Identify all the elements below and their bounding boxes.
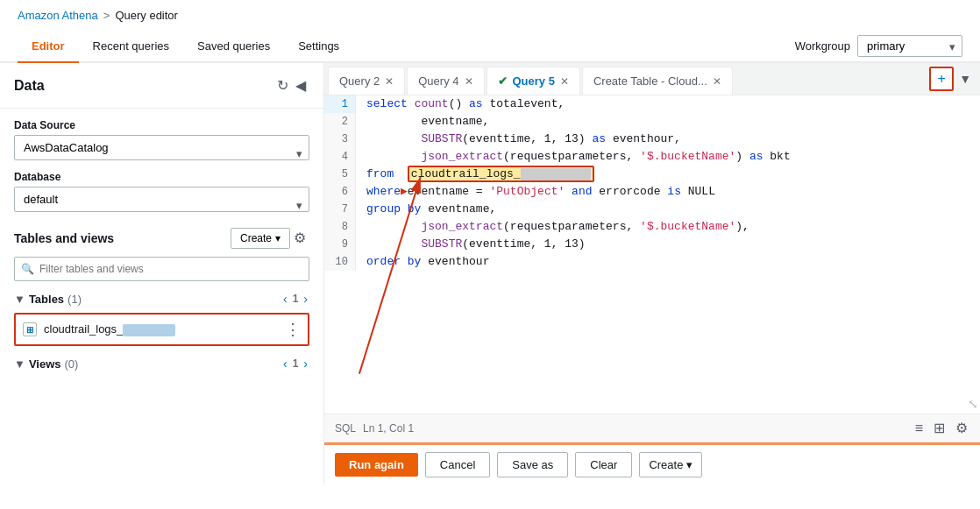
code-lines: 1 select count() as totalevent, 2 eventn… (324, 95, 980, 271)
views-page-num: 1 (293, 357, 299, 370)
query-tab-4[interactable]: Query 4 ✕ (407, 67, 484, 95)
query-tabs-bar: Query 2 ✕ Query 4 ✕ ✔ Query 5 ✕ Create T… (324, 63, 980, 95)
run-again-button[interactable]: Run again (335, 453, 418, 477)
tables-pagination: ‹ 1 › (281, 292, 309, 306)
database-select-wrapper: default ▾ (14, 187, 309, 223)
code-line-5: 5 from cloudtrail_logs_ (324, 166, 980, 183)
line-content-2: eventname, (356, 113, 980, 131)
filter-tables-input[interactable] (14, 257, 309, 281)
tables-collapse-icon: ▼ (14, 293, 25, 306)
views-prev-button[interactable]: ‹ (281, 357, 289, 371)
tables-count-badge: (1) (67, 293, 82, 306)
more-query-tabs-button[interactable]: ▼ (954, 68, 976, 89)
query-tab-create-close-button[interactable]: ✕ (713, 76, 721, 87)
workgroup-section: Workgroup primary ▾ (795, 31, 962, 61)
line-number-5: 5 (324, 166, 356, 183)
clear-button[interactable]: Clear (575, 452, 632, 477)
cancel-button[interactable]: Cancel (425, 452, 490, 477)
code-line-1: 1 select count() as totalevent, (324, 95, 980, 113)
data-panel-title: Data (14, 78, 273, 94)
format-button[interactable]: ≡ (913, 418, 925, 438)
data-panel-header: Data ↻ ◀ (0, 63, 323, 109)
line-number-6: 6 (324, 183, 356, 201)
create-button-arrow-icon: ▾ (686, 458, 692, 471)
tables-views-title: Tables and views (14, 231, 114, 245)
status-actions: ≡ ⊞ ⚙ (913, 418, 969, 438)
tables-prev-button[interactable]: ‹ (281, 292, 289, 306)
filter-input-wrapper: 🔍 (14, 257, 309, 281)
views-section-header[interactable]: ▼ Views (0) ‹ 1 › (14, 353, 309, 374)
code-line-9: 9 SUBSTR(eventtime, 1, 13) (324, 236, 980, 253)
line-content-6: where▶eventname = 'PutObject' and errorc… (356, 183, 980, 201)
query-tab-5-label: Query 5 (513, 74, 555, 88)
query-tab-5-close-button[interactable]: ✕ (560, 76, 569, 87)
views-section: ▼ Views (0) ‹ 1 › (14, 353, 309, 374)
line-number-10: 10 (324, 253, 356, 271)
data-source-select[interactable]: AwsDataCatalog (14, 135, 309, 160)
breadcrumb-home-link[interactable]: Amazon Athena (18, 9, 98, 22)
create-table-button[interactable]: Create ▾ (231, 228, 290, 249)
views-next-button[interactable]: › (302, 357, 309, 371)
tables-section-label: Tables (29, 293, 64, 306)
query-tab-2-close-button[interactable]: ✕ (385, 76, 394, 87)
database-label: Database (14, 171, 309, 183)
breadcrumb-separator: > (103, 9, 110, 22)
status-bar: SQL Ln 1, Col 1 ≡ ⊞ ⚙ (324, 414, 980, 442)
add-query-tab-button[interactable]: + (929, 67, 954, 91)
query-tab-4-close-button[interactable]: ✕ (465, 76, 473, 87)
main-layout: Data ↻ ◀ Data Source AwsDataCatalog ▾ Da… (0, 63, 980, 484)
tables-settings-icon[interactable]: ⚙ (290, 226, 309, 250)
tab-recent-queries[interactable]: Recent queries (79, 31, 183, 63)
tab-actions: + ▼ (929, 67, 976, 91)
tab-settings[interactable]: Settings (284, 31, 353, 63)
collapse-panel-button[interactable]: ◀ (292, 74, 309, 97)
data-source-select-wrapper: AwsDataCatalog ▾ (14, 135, 309, 171)
query-tab-2[interactable]: Query 2 ✕ (328, 67, 405, 95)
workgroup-select[interactable]: primary (857, 35, 962, 57)
query-tab-create[interactable]: Create Table - Cloud... ✕ (582, 67, 733, 95)
line-content-9: SUBSTR(eventtime, 1, 13) (356, 236, 980, 253)
data-source-label: Data Source (14, 119, 309, 131)
query-tab-create-label: Create Table - Cloud... (593, 74, 707, 88)
line-number-1: 1 (324, 95, 356, 113)
code-line-7: 7 group by eventname, (324, 201, 980, 218)
save-as-button[interactable]: Save as (497, 452, 568, 477)
table-item-name: cloudtrail_logs_ (44, 322, 285, 336)
table-view-button[interactable]: ⊞ (932, 418, 947, 438)
settings-button[interactable]: ⚙ (954, 418, 969, 438)
editor-resize-handle[interactable]: ⤡ (968, 397, 978, 412)
line-number-3: 3 (324, 131, 356, 148)
editor-position: Ln 1, Col 1 (363, 422, 414, 435)
query-tab-5-check-icon: ✔ (498, 74, 508, 88)
table-item-menu-button[interactable]: ⋮ (285, 320, 301, 339)
code-line-2: 2 eventname, (324, 113, 980, 131)
create-table-label: Create (240, 232, 272, 244)
query-tab-4-label: Query 4 (418, 74, 458, 88)
right-panel: Query 2 ✕ Query 4 ✕ ✔ Query 5 ✕ Create T… (324, 63, 980, 484)
tab-editor[interactable]: Editor (18, 31, 79, 63)
line-number-7: 7 (324, 201, 356, 218)
query-tab-5[interactable]: ✔ Query 5 ✕ (486, 67, 580, 95)
tables-page-num: 1 (293, 293, 299, 305)
workgroup-select-wrapper: primary ▾ (857, 35, 962, 57)
line-content-4: json_extract(requestparameters, '$.bucke… (356, 148, 980, 166)
line-number-8: 8 (324, 218, 356, 236)
tab-saved-queries[interactable]: Saved queries (183, 31, 284, 63)
tables-section-header[interactable]: ▼ Tables (1) ‹ 1 › (14, 288, 309, 309)
code-line-6: 6 where▶eventname = 'PutObject' and erro… (324, 183, 980, 201)
refresh-button[interactable]: ↻ (273, 74, 292, 97)
table-name-highlight: cloudtrail_logs_ (408, 166, 594, 182)
action-bar: Run again Cancel Save as Clear Create ▾ (324, 442, 980, 484)
table-row[interactable]: ⊞ cloudtrail_logs_ ⋮ (14, 313, 309, 346)
query-tab-2-label: Query 2 (339, 74, 380, 88)
tables-next-button[interactable]: › (302, 292, 309, 306)
create-button[interactable]: Create ▾ (639, 452, 702, 477)
code-line-8: 8 json_extract(requestparameters, '$.buc… (324, 218, 980, 236)
database-select[interactable]: default (14, 187, 309, 212)
views-count-badge: (0) (65, 357, 79, 371)
line-number-4: 4 (324, 148, 356, 166)
line-number-9: 9 (324, 236, 356, 253)
left-panel-content: Data Source AwsDataCatalog ▾ Database de… (0, 109, 323, 484)
code-editor[interactable]: 1 select count() as totalevent, 2 eventn… (324, 95, 980, 414)
line-content-1: select count() as totalevent, (356, 95, 980, 113)
